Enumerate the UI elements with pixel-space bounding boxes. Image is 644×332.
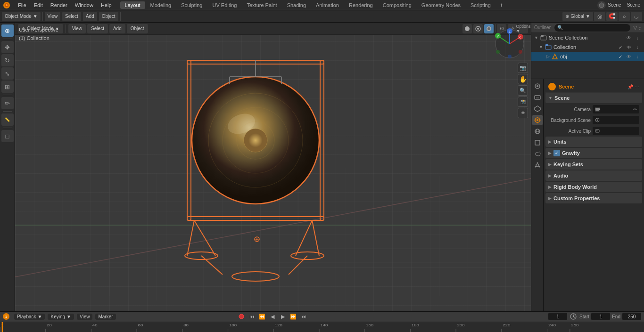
viewport-view-btn[interactable]: View xyxy=(68,24,86,33)
camera-edit-btn[interactable]: ✏ xyxy=(633,107,637,112)
view-layer-name[interactable]: Scene xyxy=(627,2,640,8)
viewport-mode-rendered[interactable] xyxy=(484,24,494,33)
tab-uv-editing[interactable]: UV Editing xyxy=(207,1,241,9)
play-btn[interactable]: ▶ xyxy=(279,313,287,320)
prev-frame-btn[interactable]: ⏪ xyxy=(258,313,266,320)
record-btn[interactable] xyxy=(237,313,246,320)
jump-end-btn[interactable]: ⏭ xyxy=(299,313,308,320)
frame-clock-icon[interactable] xyxy=(569,313,578,320)
menu-window[interactable]: Window xyxy=(71,1,97,9)
collection-exclude[interactable]: ↓ xyxy=(634,43,641,51)
keying-sets-section[interactable]: ▶ Keying Sets xyxy=(545,159,642,170)
add-menu[interactable]: Add xyxy=(83,12,97,21)
start-frame-input[interactable] xyxy=(591,313,610,320)
menu-file[interactable]: File xyxy=(14,1,30,9)
scale-tool[interactable]: ⤡ xyxy=(1,67,14,80)
view-layer-props-btn[interactable] xyxy=(532,104,543,114)
rigid-body-section[interactable]: ▶ Rigid Body World xyxy=(545,182,642,192)
scene-collection-hide[interactable]: 👁 xyxy=(625,34,633,41)
proportional-editing[interactable]: ○ xyxy=(619,12,630,21)
prop-pin-btn[interactable]: 📌 xyxy=(627,84,633,89)
tab-rendering[interactable]: Rendering xyxy=(344,1,378,9)
play-reverse-btn[interactable]: ◀ xyxy=(268,313,277,320)
tab-scripting[interactable]: Scripting xyxy=(466,1,495,9)
audio-section[interactable]: ▶ Audio xyxy=(545,170,642,181)
current-frame-input[interactable] xyxy=(548,313,567,320)
transform-orientation[interactable]: ⊕ Global ▼ xyxy=(562,12,593,21)
next-frame-btn[interactable]: ⏩ xyxy=(289,313,297,320)
custom-props-section[interactable]: ▶ Custom Properties xyxy=(545,193,642,203)
axes-widget[interactable]: X Y Z xyxy=(493,27,526,60)
outliner-obj[interactable]: ▷ obj ✓ 👁 ↓ xyxy=(531,52,644,61)
viewport-mode-solid[interactable] xyxy=(462,24,472,33)
obj-render-toggle[interactable]: ✓ xyxy=(617,53,624,60)
obj-select[interactable]: ↓ xyxy=(634,53,641,60)
menu-help[interactable]: Help xyxy=(97,1,116,9)
scene-name[interactable]: Scene xyxy=(608,2,621,8)
pan-view-btn[interactable]: ✋ xyxy=(518,74,528,84)
end-frame-input[interactable] xyxy=(622,313,641,320)
tab-geometry-nodes[interactable]: Geometry Nodes xyxy=(417,1,465,9)
render-props-btn[interactable] xyxy=(532,81,543,91)
scene-props-btn[interactable] xyxy=(532,115,543,125)
add-cube-tool[interactable]: □ xyxy=(1,130,14,142)
scene-collection-select[interactable]: ↓ xyxy=(634,34,641,41)
move-tool[interactable]: ✥ xyxy=(1,41,14,53)
output-props-btn[interactable] xyxy=(532,92,543,103)
object-mode-dropdown[interactable]: Object Mode ▼ xyxy=(2,12,41,21)
tab-sculpting[interactable]: Sculpting xyxy=(176,1,207,9)
visibility-btn[interactable]: 👁 xyxy=(518,108,528,118)
outliner-scene-collection[interactable]: ▼ Scene Collection 👁 ↓ xyxy=(531,33,644,42)
tab-modeling[interactable]: Modeling xyxy=(146,1,176,9)
view-btn[interactable]: View xyxy=(77,314,93,320)
object-props-btn[interactable] xyxy=(532,138,543,148)
camera-value[interactable]: ✏ xyxy=(593,105,639,113)
tab-shading[interactable]: Shading xyxy=(282,1,311,9)
cursor-tool[interactable]: ⊕ xyxy=(1,24,14,37)
viewport-object-btn[interactable]: Object xyxy=(127,24,148,33)
viewport-mode-material[interactable] xyxy=(473,24,483,33)
outliner-sort-btn[interactable]: ↕ xyxy=(639,25,642,31)
outliner-collection[interactable]: ▼ Collection ✓ 👁 ↓ xyxy=(531,42,644,52)
add-workspace-button[interactable]: + xyxy=(496,0,507,9)
view-menu[interactable]: View xyxy=(45,12,61,21)
pivot-point[interactable]: ◎ xyxy=(594,12,605,21)
physics-props-btn[interactable] xyxy=(532,160,543,170)
collection-hide[interactable]: 👁 xyxy=(625,43,633,51)
measure-tool[interactable]: 📏 xyxy=(1,113,14,126)
tab-texture-paint[interactable]: Texture Paint xyxy=(242,1,281,9)
modifier-props-btn[interactable] xyxy=(532,149,543,159)
tab-animation[interactable]: Animation xyxy=(311,1,344,9)
jump-start-btn[interactable]: ⏮ xyxy=(248,313,256,320)
proportional-type[interactable]: ◡ xyxy=(631,12,642,21)
object-menu[interactable]: Object xyxy=(99,12,118,21)
units-section[interactable]: ▶ Units xyxy=(545,137,642,147)
select-menu[interactable]: Select xyxy=(62,12,81,21)
background-scene-value[interactable] xyxy=(593,116,639,124)
tab-compositing[interactable]: Compositing xyxy=(378,1,416,9)
transform-tool[interactable]: ⊞ xyxy=(1,81,14,93)
timeline-ruler[interactable]: 1 20 40 60 80 100 120 140 160 180 200 22… xyxy=(0,322,644,332)
zoom-view-btn[interactable]: 🔍 xyxy=(518,85,528,96)
scene-selector[interactable] xyxy=(597,1,606,9)
gravity-checkbox[interactable]: ✓ xyxy=(553,150,560,156)
camera-view-btn[interactable]: 📷 xyxy=(518,63,528,73)
outliner-filter-btn[interactable]: ▽ xyxy=(633,24,637,31)
prop-options-btn[interactable]: ⋯ xyxy=(635,84,639,89)
obj-hide[interactable]: 👁 xyxy=(625,53,633,60)
snap-view-btn[interactable]: 📸 xyxy=(518,97,528,107)
scene-section-header[interactable]: ▼ Scene xyxy=(545,93,642,103)
keying-btn[interactable]: Keying ▼ xyxy=(48,314,74,320)
tab-layout[interactable]: Layout xyxy=(120,1,145,9)
playback-btn[interactable]: Playback ▼ xyxy=(14,314,45,320)
active-clip-value[interactable] xyxy=(593,127,639,135)
collection-render-toggle[interactable]: ✓ xyxy=(617,43,624,51)
gravity-section[interactable]: ▶ ✓ Gravity xyxy=(545,148,642,158)
menu-render[interactable]: Render xyxy=(47,1,71,9)
marker-btn[interactable]: Marker xyxy=(95,314,116,320)
world-props-btn[interactable] xyxy=(532,126,543,137)
snap-toggle[interactable]: 🧲 xyxy=(606,12,618,21)
annotate-tool[interactable]: ✏ xyxy=(1,97,14,109)
viewport[interactable]: ⊕ Object Mode ▼ View Select Add Object xyxy=(15,23,531,311)
menu-edit[interactable]: Edit xyxy=(30,1,47,9)
